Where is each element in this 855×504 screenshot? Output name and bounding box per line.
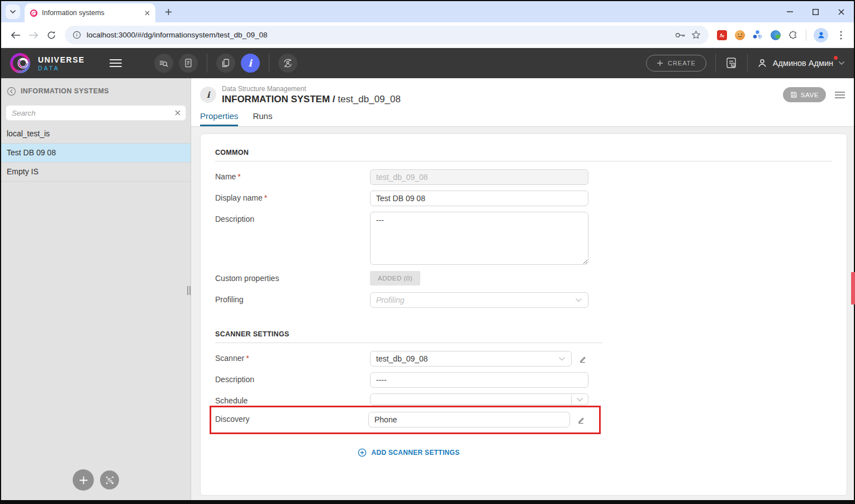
maximize-icon	[813, 9, 819, 15]
pages-button[interactable]	[216, 54, 235, 73]
extension-globe-icon[interactable]	[770, 30, 781, 40]
tasks-checklist-button[interactable]	[725, 56, 738, 70]
list-item-test-db-09-08[interactable]: Test DB 09 08	[1, 144, 191, 163]
separator	[747, 54, 748, 73]
custom-properties-added-button[interactable]: ADDED (0)	[370, 271, 420, 286]
bookmark-star-icon[interactable]	[691, 30, 701, 40]
discovery-highlight-box: Discovery	[210, 406, 601, 434]
scroll-position-marker[interactable]	[851, 272, 855, 305]
main-menu-burger-button[interactable]	[110, 57, 122, 69]
tab-search-button[interactable]	[6, 4, 20, 19]
divider	[215, 161, 832, 161]
url-bar[interactable]: localhost:3000/#/dg/informationsystem/te…	[65, 26, 709, 44]
list-item-empty-is[interactable]: Empty IS	[1, 163, 191, 182]
scan-search-button[interactable]	[100, 470, 119, 489]
scanner-edit-button[interactable]	[578, 351, 587, 367]
forward-arrow-icon	[28, 31, 39, 39]
floppy-save-icon	[790, 91, 797, 98]
copy-pages-icon	[221, 58, 230, 68]
search-clear-icon[interactable]	[173, 108, 183, 118]
scanner-description-field[interactable]	[370, 372, 588, 388]
create-button[interactable]: CREATE	[646, 55, 706, 72]
password-key-icon[interactable]	[675, 32, 686, 39]
browser-menu-kebab-icon[interactable]	[835, 30, 846, 40]
collapse-back-icon[interactable]	[7, 87, 16, 96]
tab-close-icon[interactable]	[142, 8, 152, 18]
browser-tab[interactable]: Information systems	[25, 3, 155, 22]
section-title-scanner-settings: SCANNER SETTINGS	[215, 330, 602, 338]
back-arrow-icon	[11, 31, 21, 39]
tab-title: Information systems	[42, 9, 137, 17]
logo-subtitle: DATA	[38, 65, 85, 72]
create-button-label: CREATE	[668, 60, 696, 66]
chevron-down-icon	[576, 397, 583, 402]
window-minimize-button[interactable]	[777, 1, 802, 22]
search-list-icon	[158, 58, 169, 69]
sync-user-button[interactable]	[278, 54, 297, 73]
browser-tabstrip: Information systems	[1, 1, 854, 22]
custom-properties-label: Custom properties	[215, 271, 370, 286]
forward-button[interactable]	[25, 26, 42, 44]
sidebar-header: INFORMATION SYSTEMS	[1, 78, 191, 104]
separator	[806, 30, 806, 41]
extension-smiley-icon[interactable]	[734, 30, 745, 40]
tab-properties[interactable]: Properties	[200, 111, 238, 126]
tab-runs[interactable]: Runs	[253, 111, 272, 126]
plus-circle-icon	[358, 448, 367, 457]
name-label: Name*	[215, 169, 370, 185]
window-close-button[interactable]	[828, 1, 854, 22]
discovery-field[interactable]	[368, 412, 570, 427]
add-scanner-settings-button[interactable]: ADD SCANNER SETTINGS	[215, 448, 602, 457]
information-systems-button[interactable]: i	[241, 54, 260, 73]
profiling-select[interactable]: Profiling	[370, 292, 588, 308]
pencil-edit-icon	[578, 355, 587, 363]
save-button-label: SAVE	[801, 92, 819, 98]
documents-button[interactable]	[179, 54, 198, 73]
scanner-select[interactable]: test_db_09_08	[370, 351, 572, 367]
extension-spinner-icon[interactable]	[752, 30, 763, 40]
scanner-description-label: Description	[215, 372, 370, 388]
back-button[interactable]	[7, 26, 25, 44]
required-marker: *	[238, 172, 240, 181]
description-label: Description	[215, 212, 370, 265]
reload-button[interactable]	[42, 26, 60, 44]
user-menu[interactable]: Админов Админ	[757, 58, 845, 69]
browser-profile-avatar[interactable]	[814, 28, 828, 42]
reload-icon	[47, 31, 56, 40]
window-maximize-button[interactable]	[802, 1, 828, 22]
add-information-system-button[interactable]	[73, 469, 94, 491]
user-icon	[757, 58, 768, 69]
save-button[interactable]: SAVE	[783, 87, 826, 102]
extension-red-icon[interactable]	[716, 30, 727, 40]
info-icon: i	[248, 58, 251, 69]
required-marker: *	[246, 354, 249, 363]
url-text[interactable]: localhost:3000/#/dg/informationsystem/te…	[87, 31, 669, 39]
schedule-dropdown-button[interactable]	[572, 393, 588, 405]
page-title-prefix: INFORMATION SYSTEM /	[222, 94, 338, 104]
extensions-puzzle-icon[interactable]	[788, 30, 799, 40]
universe-data-logo[interactable]: UNIVERSE DATA	[9, 51, 85, 75]
profiling-label: Profiling	[215, 292, 370, 308]
schedule-field[interactable]	[370, 393, 572, 405]
chevron-down-icon	[10, 9, 16, 14]
page-menu-button[interactable]	[835, 90, 845, 100]
logo-title: UNIVERSE	[38, 55, 85, 64]
required-marker: *	[264, 193, 267, 202]
close-icon	[838, 9, 844, 15]
list-item-local-test-is[interactable]: local_test_is	[1, 125, 191, 144]
search-registry-button[interactable]	[154, 54, 173, 73]
profiling-placeholder: Profiling	[376, 296, 405, 305]
pencil-edit-icon	[577, 416, 585, 424]
description-field[interactable]: ---	[370, 212, 588, 265]
scanner-select-value: test_db_09_08	[376, 354, 428, 363]
display-name-field[interactable]	[370, 191, 588, 206]
properties-content: COMMON Name* Display name* Description -…	[191, 127, 854, 500]
site-info-icon[interactable]	[73, 31, 81, 39]
information-systems-list: local_test_is Test DB 09 08 Empty IS	[1, 125, 191, 182]
schedule-label: Schedule	[215, 393, 370, 405]
search-input[interactable]	[6, 105, 186, 121]
site-favicon-icon	[30, 9, 37, 17]
new-tab-button[interactable]	[161, 4, 175, 19]
discovery-edit-button[interactable]	[577, 412, 585, 427]
sidebar-resize-handle[interactable]	[187, 286, 191, 295]
